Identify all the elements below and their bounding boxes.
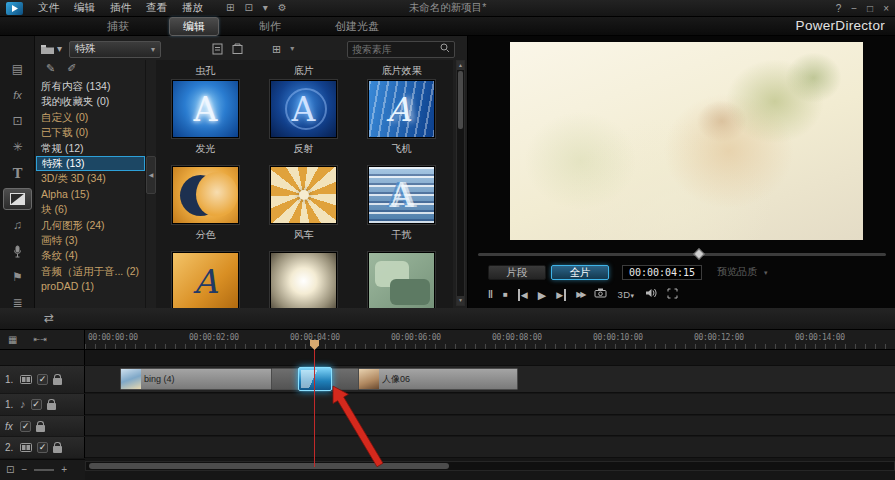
room-particles[interactable]: ✳: [3, 136, 32, 158]
category-general[interactable]: 常规 (12): [36, 141, 145, 156]
transition-thumb-airplane[interactable]: [368, 80, 435, 138]
track-lock-icon[interactable]: [36, 425, 45, 432]
play-button[interactable]: ▶: [538, 289, 546, 301]
settings-gear-icon[interactable]: ⚙: [278, 3, 287, 13]
track-lock-icon[interactable]: [47, 403, 56, 410]
menu-file[interactable]: 文件: [38, 1, 59, 15]
import-folder-icon[interactable]: [232, 43, 243, 55]
room-chapters[interactable]: ⚑: [3, 266, 32, 288]
track-enable-checkbox[interactable]: ✓: [31, 399, 42, 410]
category-favorites[interactable]: 我的收藏夹 (0): [36, 94, 145, 109]
category-prodad[interactable]: proDAD (1): [36, 279, 145, 294]
import-caret-icon[interactable]: ▾: [57, 44, 62, 54]
brush-tool-icon[interactable]: ✐: [67, 63, 76, 74]
minimize-button[interactable]: −: [851, 4, 857, 14]
menu-plugins[interactable]: 插件: [110, 1, 131, 15]
room-audio-mixing[interactable]: ♫: [3, 214, 32, 236]
transition-thumb-blocks[interactable]: [368, 252, 435, 308]
transition-thumb-reflection[interactable]: [270, 80, 337, 138]
menu-play[interactable]: 播放: [182, 1, 203, 15]
zoom-slider[interactable]: [34, 469, 54, 471]
fx-track-header[interactable]: fx ✓: [0, 416, 85, 436]
help-button[interactable]: ?: [836, 4, 842, 14]
collapse-categories-button[interactable]: ◀: [146, 156, 156, 194]
transition-thumb-glow[interactable]: [172, 80, 239, 138]
category-paint[interactable]: 画特 (3): [36, 233, 145, 248]
search-icon[interactable]: [440, 43, 450, 55]
transition-thumb-color-split[interactable]: [172, 166, 239, 224]
monitor-icon[interactable]: ⊡: [244, 3, 252, 13]
quality-caret-icon[interactable]: ▾: [764, 269, 768, 276]
search-input[interactable]: [352, 44, 437, 55]
import-media-icon[interactable]: ▾: [40, 44, 62, 55]
pause-button[interactable]: ‖: [488, 289, 493, 301]
library-scrollbar[interactable]: ▲ ▼: [456, 60, 465, 306]
category-geometry[interactable]: 几何图形 (24): [36, 218, 145, 233]
tab-create-disc[interactable]: 创建光盘: [321, 17, 393, 36]
view-caret-icon[interactable]: ▾: [290, 45, 294, 53]
snapshot-camera-button[interactable]: [594, 288, 607, 301]
transition-thumb-flash[interactable]: [270, 252, 337, 308]
close-button[interactable]: ×: [883, 4, 889, 14]
scrollbar-thumb[interactable]: [458, 71, 463, 129]
room-titles[interactable]: T: [3, 162, 32, 184]
seek-knob[interactable]: [693, 248, 704, 259]
menu-view[interactable]: 查看: [146, 1, 167, 15]
fit-timeline-icon[interactable]: ⊡: [6, 465, 14, 475]
3d-mode-button[interactable]: 3D▾: [617, 289, 634, 301]
room-effects[interactable]: fx: [3, 84, 32, 106]
timecode-display[interactable]: 00:00:04:15: [622, 265, 702, 280]
room-transitions[interactable]: [3, 188, 32, 210]
scroll-down-icon[interactable]: ▼: [457, 296, 464, 305]
zoom-in-button[interactable]: +: [61, 465, 67, 475]
timeline-scrollbar[interactable]: [85, 461, 895, 471]
category-all[interactable]: 所有内容 (134): [36, 79, 145, 94]
movie-mode-button[interactable]: 全片: [551, 265, 609, 280]
fast-forward-button[interactable]: ▶▶: [576, 289, 584, 301]
transition-thumb-interference[interactable]: [368, 166, 435, 224]
dropdown-caret-icon[interactable]: ▾: [263, 3, 268, 13]
fx-track-content[interactable]: [85, 416, 895, 436]
video-track-2-header[interactable]: 2. ✓: [0, 437, 85, 458]
zoom-out-button[interactable]: −: [21, 465, 27, 475]
track-manager-icon[interactable]: ⇄: [44, 312, 54, 324]
stop-button[interactable]: ■: [503, 289, 508, 301]
pen-tool-icon[interactable]: ✎: [46, 63, 55, 74]
room-voice-over[interactable]: [3, 240, 32, 262]
next-frame-button[interactable]: ▶: [556, 289, 566, 301]
category-downloaded[interactable]: 已下载 (0): [36, 125, 145, 140]
video-track-2-content[interactable]: [85, 437, 895, 458]
track-enable-checkbox[interactable]: ✓: [37, 374, 48, 385]
collapse-tracks-icon[interactable]: ⇤⇥: [33, 336, 46, 344]
track-enable-checkbox[interactable]: ✓: [37, 442, 48, 453]
category-filter-dropdown[interactable]: 特殊 ▾: [69, 41, 161, 58]
scroll-up-icon[interactable]: ▲: [457, 61, 464, 70]
category-custom[interactable]: 自定义 (0): [36, 110, 145, 125]
timeline-scrollbar-thumb[interactable]: [89, 463, 449, 469]
fullscreen-button[interactable]: [667, 288, 678, 302]
preview-quality-label[interactable]: 预览品质: [717, 265, 757, 279]
track-enable-checkbox[interactable]: ✓: [20, 421, 31, 432]
category-audio[interactable]: 音频（适用于音... (2): [36, 264, 145, 279]
transition-thumb-ornate[interactable]: [172, 252, 239, 308]
video-track-1-content[interactable]: bing (4) 人像06: [85, 366, 895, 393]
category-alpha[interactable]: Alpha (15): [36, 187, 145, 202]
category-3d[interactable]: 3D/类 3D (34): [36, 171, 145, 186]
video-track-1-header[interactable]: 1. ✓: [0, 366, 85, 393]
transition-thumb-pinwheel[interactable]: [270, 166, 337, 224]
previous-frame-button[interactable]: ◀: [518, 289, 528, 301]
timeline-clip-bing[interactable]: bing (4): [120, 368, 272, 390]
room-media[interactable]: ▤: [3, 58, 32, 80]
audio-track-1-header[interactable]: 1. ♪ ✓: [0, 394, 85, 415]
track-lock-icon[interactable]: [53, 446, 62, 453]
import-file-icon[interactable]: [212, 43, 223, 55]
tab-capture[interactable]: 捕获: [93, 17, 143, 36]
room-pip-objects[interactable]: ⊡: [3, 110, 32, 132]
track-lock-icon[interactable]: [53, 378, 62, 385]
transition-clip-selected[interactable]: [298, 367, 332, 391]
timeline-ruler[interactable]: 00:00:00:00 00:00:02:00 00:00:04:00 00:0…: [85, 330, 895, 350]
maximize-button[interactable]: □: [867, 4, 873, 14]
timeline-menu-icon[interactable]: ▦: [8, 335, 17, 345]
volume-button[interactable]: [645, 288, 657, 301]
category-special[interactable]: 特殊 (13): [36, 156, 145, 171]
